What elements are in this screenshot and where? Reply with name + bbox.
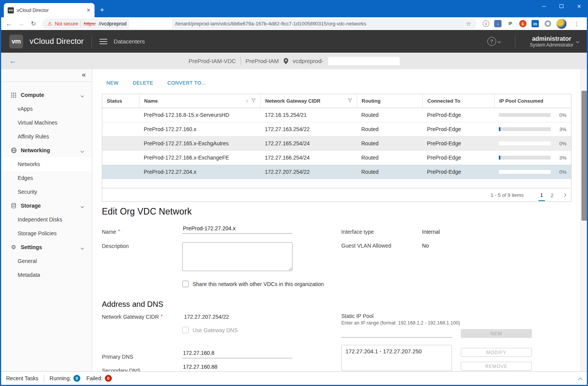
share-network-checkbox[interactable]: Share this network with other VDCs in th… — [182, 281, 324, 287]
secondary-dns-input[interactable] — [182, 363, 292, 371]
bookmark-star-icon[interactable]: ☆ — [466, 20, 471, 27]
help-button[interactable]: ? — [487, 37, 500, 46]
new-tab-button[interactable]: + — [100, 6, 104, 14]
back-icon[interactable]: ← — [3, 20, 15, 27]
scrollbar-thumb[interactable] — [581, 91, 587, 221]
table-row[interactable]: PreProd-172.27.166.x-ExchangeFE172.27.16… — [102, 151, 571, 165]
sidebar-item-networks[interactable]: Networks — [0, 157, 92, 171]
header-divider — [91, 35, 92, 48]
table-row[interactable]: PreProd-172.27.165.x-ExchgAutres172.27.1… — [102, 136, 571, 151]
org-name: PreProd-IAM — [246, 58, 279, 64]
linkedin-extension-icon[interactable]: in — [532, 20, 539, 27]
convert-to-button[interactable]: CONVERT TO... — [163, 78, 211, 88]
name-input[interactable] — [182, 225, 292, 234]
tab-title: vCloud Director — [17, 8, 83, 13]
recent-tasks-button[interactable]: Recent Tasks — [6, 375, 38, 381]
circle-extension-icon[interactable] — [545, 20, 551, 27]
sidebar-item-storage-policies[interactable]: Storage Policies — [0, 226, 92, 240]
new-button[interactable]: NEW — [102, 78, 123, 88]
pool-new-button[interactable]: NEW — [461, 329, 532, 338]
cell-connected-to: PreProd-Edge — [422, 140, 494, 146]
info-extension-icon[interactable]: i — [483, 20, 489, 27]
reload-icon[interactable]: ↻ — [28, 20, 39, 27]
sidebar-item-general[interactable]: General — [0, 254, 92, 268]
ip-pool-entry[interactable]: 172.27.204.1 - 172.27.207.250 — [345, 348, 448, 354]
sidebar-item-metadata[interactable]: Metadata — [0, 268, 92, 282]
storage-icon — [10, 203, 17, 209]
sidebar-item-vapps[interactable]: vApps — [0, 102, 92, 116]
column-header-ip-pool[interactable]: IP Pool Consumed — [494, 94, 571, 108]
tab-close-icon[interactable]: ✕ — [86, 7, 91, 13]
not-secure-label[interactable]: Not secure — [55, 21, 78, 27]
chevron-down-icon — [81, 205, 84, 208]
sort-ascending-icon[interactable]: ↑ — [246, 98, 249, 104]
close-button[interactable]: ✕ — [570, 0, 588, 12]
forward-icon[interactable]: → — [15, 20, 27, 27]
ip-pool-percent: 0% — [559, 141, 566, 146]
address-bar[interactable]: ⚠ Not secure https: //vcdpreprod /tenant… — [42, 18, 477, 29]
sidebar-item-storage[interactable]: Storage — [0, 199, 92, 213]
cell-connected-to: PreProd-Edge — [422, 126, 494, 132]
table-row[interactable]: PreProd-172.27.204.x172.27.207.254/22Rou… — [102, 165, 571, 179]
expand-tasks-icon[interactable] — [579, 376, 582, 383]
primary-dns-input[interactable] — [182, 349, 292, 358]
maximize-button[interactable] — [553, 0, 570, 12]
sidebar-item-settings[interactable]: ⚙Settings — [0, 240, 92, 254]
page-2-button[interactable]: 2 — [549, 190, 555, 201]
cell-routing: Routed — [357, 169, 422, 175]
adblock-extension-icon[interactable]: ✋ — [519, 20, 527, 27]
pool-remove-button[interactable]: REMOVE — [461, 362, 532, 371]
table-row[interactable]: PreProd-172.16.8-15.x-ServeursHD172.16.1… — [102, 108, 571, 122]
column-header-status[interactable]: Status — [102, 94, 139, 108]
maximize-icon — [560, 4, 563, 8]
browser-tab[interactable]: vm vCloud Director ✕ — [4, 3, 95, 17]
gateway-cidr-value: 172.27.207.254/22 — [184, 314, 229, 320]
profile-avatar[interactable] — [556, 19, 566, 29]
filter-icon[interactable] — [251, 98, 256, 104]
sidebar-item-networking[interactable]: Networking — [0, 143, 92, 157]
ip-pool-percent: 3% — [559, 126, 566, 132]
browser-menu-icon[interactable]: ⋮ — [571, 20, 582, 27]
description-textarea[interactable] — [182, 242, 292, 271]
ip-pool-progress-bar — [499, 127, 551, 131]
pool-modify-button[interactable]: MODIFY — [461, 348, 532, 357]
sidebar-item-independent-disks[interactable]: Independent Disks — [0, 213, 92, 226]
sidebar-item-affinity-rules[interactable]: Affinity Rules — [0, 130, 92, 143]
sidebar-collapse-icon[interactable]: « — [82, 71, 86, 79]
back-arrow-icon[interactable]: ← — [9, 57, 17, 65]
user-menu[interactable]: administrator System Administrator — [530, 35, 579, 48]
sidebar-item-security[interactable]: Security — [0, 185, 92, 199]
column-header-connected-to[interactable]: Connected To — [422, 94, 494, 108]
table-row[interactable]: PreProd-172.27.160.x172.27.163.254/22Rou… — [102, 122, 571, 136]
primary-dns-label: Primary DNS — [102, 354, 133, 360]
sidebar-item-compute[interactable]: Compute — [0, 88, 92, 102]
column-header-name[interactable]: Name ↑ — [139, 94, 260, 108]
use-gateway-dns-label: Use Gateway DNS — [193, 327, 238, 333]
ip-pool-listbox[interactable]: 172.27.204.1 - 172.27.207.250 — [341, 345, 452, 371]
delete-button[interactable]: DELETE — [128, 78, 158, 88]
sidebar-item-virtual-machines[interactable]: Virtual Machines — [0, 116, 92, 130]
menu-icon[interactable] — [100, 39, 107, 44]
page-1-button[interactable]: 1 — [538, 189, 545, 201]
cell-connected-to: PreProd-Edge — [422, 155, 494, 161]
nav-datacenters[interactable]: Datacenters — [114, 38, 145, 45]
grid-footer: 1 - 5 of 9 items 1 2 — [102, 188, 571, 201]
cell-gateway-cidr: 172.27.166.254/24 — [260, 155, 357, 161]
sidebar-item-edges[interactable]: Edges — [0, 171, 92, 185]
user-name: administrator — [530, 35, 573, 42]
column-header-cidr[interactable]: Network Gateway CIDR — [260, 94, 357, 108]
user-role: System Administrator — [530, 42, 573, 48]
column-header-routing[interactable]: Routing — [357, 94, 422, 108]
next-page-icon[interactable] — [563, 194, 566, 196]
download-extension-icon[interactable]: ↓ — [494, 20, 502, 27]
use-gateway-dns-checkbox[interactable]: Use Gateway DNS — [182, 327, 238, 333]
sidebar-item-label: Storage Policies — [18, 230, 56, 236]
minimize-button[interactable] — [535, 0, 553, 12]
sidebar-item-label: Security — [18, 189, 37, 195]
chevron-down-icon — [81, 94, 84, 97]
ip-lookup-extension-icon[interactable]: IP — [507, 20, 514, 28]
ip-pool-percent: 0% — [559, 112, 566, 118]
filter-icon[interactable] — [348, 98, 352, 104]
ip-range-input[interactable] — [341, 328, 452, 338]
sidebar-item-label: Metadata — [18, 272, 40, 278]
